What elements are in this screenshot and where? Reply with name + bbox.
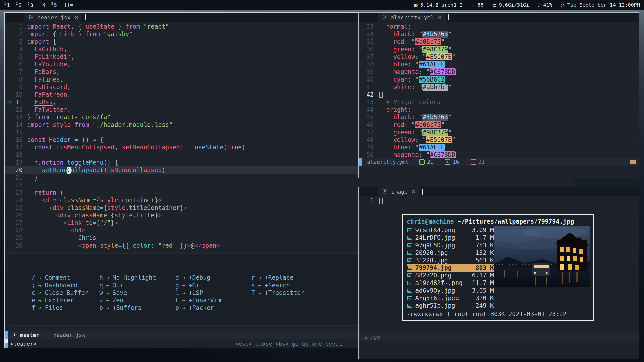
code-line[interactable]: 50 magenta: "#C678DD" (359, 151, 639, 158)
code-text: Chris (27, 234, 96, 242)
file-row[interactable]: aghr5Ip.jpg249 K (407, 302, 495, 309)
code-line[interactable]: 40 cyan: "#56B6C2" (359, 76, 639, 83)
whichkey-item[interactable]: b→+Buffers (99, 304, 156, 312)
code-line[interactable]: 36 green: "#98C379" (359, 46, 639, 53)
tag-4[interactable]: 44 (40, 2, 45, 8)
code-line[interactable]: 1 (359, 197, 639, 205)
file-size: 3.05 M (472, 287, 494, 294)
tab-image[interactable]: image × (378, 187, 420, 196)
whichkey-item[interactable]: g→+Git (175, 281, 221, 289)
code-line[interactable]: 41 white: "#abb2bf" (359, 83, 639, 91)
tag-5[interactable]: 55 (51, 2, 57, 8)
whichkey-item[interactable]: /→Comment (32, 274, 88, 281)
whichkey-label: +LunarVim (188, 297, 221, 304)
code-text: FaRss, (27, 98, 56, 106)
tab-separator (85, 14, 86, 20)
whichkey-item[interactable]: f→Files (32, 304, 88, 312)
file-row[interactable]: 882720.png6.17 M (407, 272, 495, 279)
tab-alacritty-yml[interactable]: alacritty.yml × (378, 13, 446, 22)
whichkey-item[interactable]: d→+Debug (175, 274, 221, 281)
code-line[interactable]: 35 red: "#e06c75" (359, 38, 639, 46)
arrow-icon: → (181, 281, 185, 289)
tag-3[interactable]: 33 (28, 2, 33, 8)
arrow-icon: → (181, 304, 185, 312)
whichkey-label: Dashboard (45, 281, 78, 289)
code-line[interactable]: 44 bright: (359, 106, 639, 113)
arrow-icon: → (181, 274, 185, 281)
whichkey-key: g (175, 281, 179, 289)
clock-status: ◔Tue September 14 12:00PM (561, 2, 640, 8)
close-icon[interactable]: × (412, 188, 415, 195)
whichkey-key: e (32, 297, 35, 304)
image-file-icon (407, 228, 412, 232)
whichkey-item[interactable]: T→+Treesitter (251, 289, 305, 297)
code-line[interactable]: 47 green: "#98C379" (359, 129, 639, 136)
sign-column (5, 144, 14, 151)
sign-column (5, 30, 14, 38)
tab-header-jsx[interactable]: header.jsx × (24, 13, 82, 22)
line-number: 45 (359, 113, 379, 121)
tag-1[interactable]: 11 (4, 2, 10, 8)
code-line[interactable]: 45 black: "#4b5263" (359, 113, 639, 121)
whichkey-item[interactable]: L→+LunarVim (175, 297, 221, 304)
whichkey-item[interactable]: q→Quit (99, 281, 156, 289)
code-text: <Link to={"/"}> (27, 219, 118, 227)
file-row[interactable]: 24LrDFQ.jpg1.7 M (407, 234, 495, 242)
whichkey-item[interactable]: c→Close Buffer (32, 289, 88, 297)
code-text: function toggleMenu() { (27, 159, 118, 166)
whichkey-item[interactable]: r→+Replace (251, 274, 305, 281)
file-row[interactable]: ad6v9Oy.jpg3.05 M (407, 287, 495, 294)
whichkey-item[interactable]: p→+Packer (175, 304, 221, 312)
sign-column (5, 159, 14, 166)
sign-column (5, 219, 14, 227)
sign-column (5, 61, 14, 68)
whichkey-item[interactable]: e→Explorer (32, 297, 88, 304)
whichkey-label: +Debug (188, 274, 210, 281)
file-row[interactable]: AFq5r6j.jpeg320 K (407, 294, 495, 302)
sign-column (5, 196, 14, 204)
code-line[interactable]: 49 blue: "#61AFEF" (359, 144, 639, 151)
file-row[interactable]: 31228.jpg563 K (407, 257, 495, 264)
whichkey-item[interactable]: h→No Highlight (99, 274, 156, 281)
line-number: 9 (14, 83, 27, 91)
code-line[interactable]: 46 red: "#e06c75" (359, 121, 639, 129)
file-row[interactable]: 20920.jpg132 K (407, 249, 495, 257)
file-name: 31228.jpg (415, 257, 476, 264)
file-row[interactable]: 9rsmTK4.png3.09 M (407, 226, 495, 234)
system-status: ▣5.14.2-arch1-2 ↓56 ▤9.6Gi/31Gi ♪41% ◔Tu… (413, 2, 640, 8)
kernel-status: ▣5.14.2-arch1-2 (413, 2, 463, 8)
whichkey-column: d→+Debugg→+Gitl→+LSPL→+LunarVimp→+Packer (175, 274, 221, 312)
line-number: 22 (14, 181, 27, 189)
close-icon[interactable]: × (438, 14, 441, 21)
whichkey-item[interactable]: l→+LSP (175, 289, 221, 297)
volume-icon: ♪ (538, 2, 541, 8)
whichkey-item[interactable]: w→Save (99, 289, 156, 297)
file-size: 3.09 M (472, 226, 494, 234)
editor-buffer[interactable]: 33 normal:34 black: "#4b5263"35 red: "#e… (359, 22, 639, 158)
code-line[interactable]: 37 yellow: "#E5C07B" (359, 53, 639, 61)
whichkey-item[interactable]: z→Zen (99, 297, 156, 304)
sign-column (5, 136, 14, 144)
file-row[interactable]: 799794.jpg803 K (407, 264, 495, 272)
editor-buffer[interactable]: 1 chris@machine ~/Pictures/wallpapers/79… (359, 196, 639, 333)
code-line[interactable]: 42 (359, 91, 639, 98)
whichkey-item[interactable]: ;→Dashboard (32, 281, 88, 289)
volume-level: 41% (543, 2, 552, 8)
whichkey-item[interactable]: s→+Search (251, 281, 305, 289)
tag-2[interactable]: 22 (16, 2, 22, 8)
code-line[interactable]: 48 yellow: "#E5C07B" (359, 136, 639, 144)
layout-indicator[interactable]: []= (64, 2, 73, 8)
status-bar: 11 22 33 44 55 []= ▣5.14.2-arch1-2 ↓56 ▤… (0, 0, 644, 10)
updates-icon: ↓ (471, 2, 475, 8)
sign-column (5, 166, 14, 174)
line-number: 28 (14, 227, 27, 234)
code-line[interactable]: 43 # Bright colors (359, 98, 639, 106)
file-row[interactable]: a19c482f~.png11.7 M (407, 279, 495, 287)
line-number: 38 (359, 61, 379, 68)
file-row[interactable]: 97q9L5D.jpg753 K (407, 242, 495, 249)
code-line[interactable]: 39 magenta: "#C678DD" (359, 68, 639, 76)
close-icon[interactable]: × (74, 14, 78, 21)
code-line[interactable]: 38 blue: "#61AFEF" (359, 61, 639, 68)
code-line[interactable]: 33 normal: (359, 23, 639, 30)
code-line[interactable]: 34 black: "#4b5263" (359, 30, 639, 38)
